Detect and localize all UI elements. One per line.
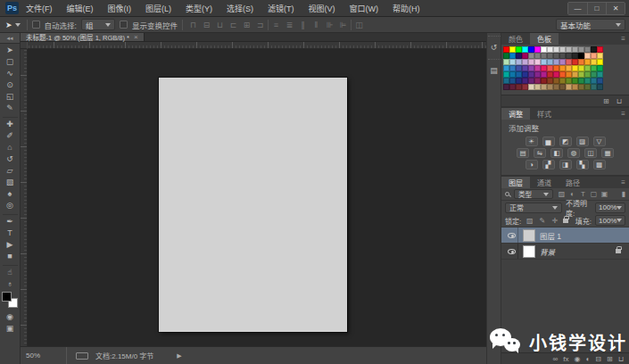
color-swatch[interactable] (584, 53, 591, 59)
color-swatch[interactable] (578, 71, 584, 78)
filter-toggle-icon[interactable]: ▮ (622, 190, 625, 198)
gradient-tool[interactable]: ▧ (0, 176, 21, 187)
color-swatch[interactable] (522, 46, 528, 53)
fill-field[interactable]: 100% (595, 215, 625, 226)
visibility-toggle[interactable] (506, 228, 518, 243)
color-swatch[interactable] (597, 84, 603, 90)
move-tool[interactable]: ➤ (0, 44, 21, 55)
color-swatch[interactable] (509, 53, 516, 59)
color-swatch[interactable] (522, 71, 528, 78)
current-tool-preset[interactable]: ➤ (4, 21, 22, 29)
color-swatch[interactable] (528, 78, 534, 84)
collapsed-panel-properties[interactable]: ▤ (488, 59, 501, 79)
hue-saturation-icon[interactable]: ▤ (517, 148, 529, 158)
close-button[interactable]: ✕ (606, 3, 625, 14)
selective-color-icon[interactable]: ▚ (576, 160, 589, 170)
foreground-background-swatches[interactable] (1, 291, 19, 309)
color-swatch[interactable] (566, 65, 572, 71)
color-swatch[interactable] (578, 46, 584, 53)
levels-icon[interactable]: ▅ (542, 136, 555, 146)
align-horizontal-centers[interactable]: ⊞ (241, 20, 252, 30)
color-swatch[interactable] (522, 65, 528, 71)
color-swatch[interactable] (553, 78, 559, 84)
color-swatch[interactable] (528, 65, 534, 71)
color-swatch[interactable] (578, 53, 584, 59)
lasso-tool[interactable]: ∿ (0, 67, 21, 79)
document-tab[interactable]: 未标题-1 @ 50% (图层 1, RGB/8) * × (21, 33, 145, 41)
color-swatch[interactable] (534, 46, 541, 53)
color-swatch[interactable] (528, 53, 534, 59)
vertical-ruler[interactable] (21, 49, 28, 346)
dodge-tool[interactable]: ◎ (0, 199, 21, 211)
color-swatch[interactable] (509, 46, 516, 53)
blend-mode-dropdown[interactable]: 正常 (505, 203, 562, 213)
options-separator[interactable] (268, 20, 269, 30)
color-swatch[interactable] (566, 78, 572, 84)
show-transform-controls-checkbox[interactable] (120, 21, 128, 29)
color-swatch[interactable] (503, 59, 509, 65)
lock-all-icon[interactable] (563, 219, 568, 223)
type-tool[interactable]: T (0, 227, 21, 238)
color-swatch[interactable] (534, 84, 541, 90)
color-swatch[interactable] (534, 78, 541, 84)
vibrance-icon[interactable]: ▽ (593, 136, 606, 146)
status-menu-arrow[interactable]: ▶ (177, 352, 181, 360)
color-swatch[interactable] (591, 53, 597, 59)
color-lookup-icon[interactable]: ▦ (601, 148, 614, 158)
color-swatch[interactable] (534, 71, 541, 78)
tab-paths[interactable]: 路径 (559, 177, 587, 188)
color-swatch[interactable] (566, 46, 572, 53)
auto-select-target-dropdown[interactable]: 组 (81, 19, 115, 30)
color-swatch[interactable] (553, 59, 559, 65)
color-swatch[interactable] (578, 84, 584, 90)
color-swatch[interactable] (503, 71, 509, 78)
color-swatch[interactable] (572, 78, 578, 84)
eyedropper-tool[interactable]: ✎ (0, 102, 21, 113)
curves-icon[interactable]: ◩ (559, 136, 572, 146)
color-swatch[interactable] (509, 71, 516, 78)
color-swatch[interactable] (553, 84, 559, 90)
blur-tool[interactable]: ♠ (0, 187, 21, 199)
color-swatch[interactable] (597, 46, 603, 53)
color-swatch[interactable] (541, 71, 547, 78)
menu-item[interactable]: 编辑(E) (67, 3, 94, 14)
distribute-top-edges[interactable]: ≡ (270, 20, 282, 30)
distribute-horizontal-centers[interactable]: ⊪ (324, 20, 335, 30)
opacity-field[interactable]: 100% (595, 203, 625, 213)
tools-panel-collapse[interactable]: ◂◂ (0, 33, 20, 44)
color-swatch[interactable] (503, 53, 509, 59)
color-swatch[interactable] (559, 65, 566, 71)
menu-item[interactable]: 类型(Y) (186, 3, 212, 14)
tab-layers[interactable]: 图层 (501, 177, 530, 188)
color-swatch[interactable] (578, 59, 584, 65)
color-swatch[interactable] (566, 71, 572, 78)
close-tab-icon[interactable]: × (134, 33, 138, 41)
color-swatch[interactable] (597, 78, 603, 84)
layer-name[interactable]: 图层 1 (540, 230, 561, 241)
color-swatch[interactable] (516, 78, 522, 84)
color-swatch[interactable] (584, 71, 591, 78)
color-swatch[interactable] (553, 53, 559, 59)
menu-item[interactable]: 视图(V) (309, 3, 335, 14)
color-swatch[interactable] (584, 65, 591, 71)
rectangle-tool[interactable]: ■ (0, 250, 21, 261)
distribute-vertical-centers[interactable]: ≣ (284, 20, 295, 30)
color-swatch[interactable] (547, 71, 553, 78)
menu-item[interactable]: 帮助(H) (393, 3, 420, 14)
color-swatch[interactable] (547, 65, 553, 71)
align-right-edges[interactable]: ⊐ (254, 20, 266, 30)
clone-stamp-tool[interactable]: ⌂ (0, 141, 21, 153)
options-separator[interactable] (351, 20, 352, 30)
color-swatch[interactable] (528, 71, 534, 78)
color-swatch[interactable] (516, 46, 522, 53)
color-swatch[interactable] (516, 65, 522, 71)
color-swatch[interactable] (541, 53, 547, 59)
tab-adjustments[interactable]: 调整 (501, 108, 530, 120)
quick-selection-tool[interactable]: ⊙ (0, 79, 21, 90)
color-swatch[interactable] (547, 78, 553, 84)
distribute-left-edges[interactable]: ‖ (310, 20, 322, 30)
color-swatch[interactable] (559, 46, 566, 53)
color-swatch[interactable] (572, 53, 578, 59)
black-white-icon[interactable]: ◧ (550, 148, 563, 158)
posterize-icon[interactable]: ▞ (542, 160, 555, 170)
